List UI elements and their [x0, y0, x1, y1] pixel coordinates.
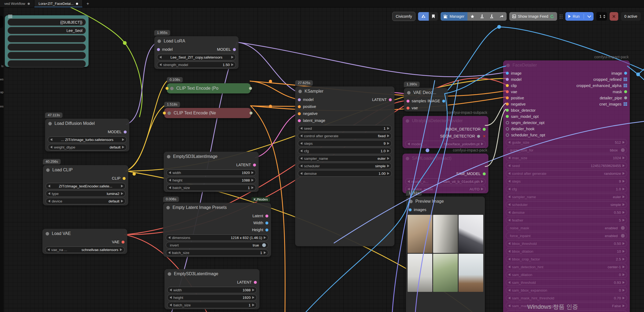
node-empty-sd3-latent-1[interactable]: EmptySD3LatentImageLATENTwidth1920height… [164, 152, 259, 192]
toolbar-drag-handle[interactable] [560, 14, 563, 19]
widget-guide-size[interactable]: guide_size512 [506, 139, 627, 146]
widget-denoise[interactable]: denoise1.00 [298, 170, 392, 177]
widget-bbox-crop-factor[interactable]: bbox_crop_factor2.5 [506, 256, 627, 262]
node-sam-loader[interactable]: comfyui-impact-packSAMLoader (Impact)SAM… [402, 154, 488, 193]
widget-device[interactable]: devicedefault [46, 198, 126, 204]
widget-max-size[interactable]: max_size1024 [506, 155, 627, 161]
widget-vae-na-[interactable]: vae_na ...schnellvae.safetensors [45, 246, 125, 253]
model-port[interactable] [157, 48, 160, 51]
widget-scheduler[interactable]: schedulersimple [298, 163, 392, 169]
node-load-vae[interactable]: Load VAEVAEvae_na ...schnellvae.safetens… [42, 229, 127, 254]
scheduler_func_opt-ring-port[interactable] [506, 133, 509, 137]
widget-cfg[interactable]: cfg1.0 [298, 148, 392, 154]
widget-strength-model[interactable]: strength_model1.50 [157, 61, 236, 68]
widget-bbox-threshold[interactable]: bbox_threshold0.50 [506, 240, 627, 247]
widget--zit-zimage-turbo-safetensors[interactable]: ... ZIT/zImage_turbo.safetensors [48, 136, 127, 143]
MODEL-port[interactable] [233, 48, 236, 51]
node-clip-text-encode-positive[interactable]: 0.108sCLIP Text Encode (Po [167, 83, 251, 93]
widget-height[interactable]: height1920 [167, 294, 257, 301]
widget-blank[interactable] [8, 52, 86, 59]
negative-port[interactable] [506, 103, 509, 106]
node-preview-image[interactable]: 1.251sPreview Imageimages [406, 197, 485, 312]
detailer_pipe-port[interactable] [624, 96, 627, 99]
latent_image-port[interactable] [298, 119, 301, 122]
widget-sampler-name[interactable]: sampler_nameeuler [298, 155, 392, 162]
widget-guide-size-for[interactable]: guide_size_forbbox [506, 147, 627, 153]
output-port[interactable] [249, 87, 252, 90]
widget-type[interactable]: typelumina2 [46, 190, 126, 197]
collapse-dot-icon[interactable] [170, 87, 174, 90]
logo-button[interactable] [418, 12, 429, 21]
queue-steppers[interactable] [603, 15, 605, 18]
Width-port[interactable] [265, 222, 268, 224]
VAE-port[interactable] [122, 241, 125, 244]
node-clip-text-encode-negative[interactable]: 1.518sCLIP Text Encode (Ne [164, 108, 251, 118]
node-ultralytics-detector-provider[interactable]: comfyui-impact-subpackUltralyticsDetecto… [402, 116, 488, 148]
node-load-clip[interactable]: 40.256sLoad CLIPCLIPZIT/zImage_textEncod… [43, 165, 128, 205]
collapse-dot-icon[interactable] [48, 122, 52, 125]
clip-port[interactable] [506, 84, 509, 87]
collapse-dot-icon[interactable] [168, 272, 171, 276]
collapse-dot-icon[interactable] [46, 232, 49, 235]
collapse-dot-icon[interactable] [406, 119, 409, 123]
widget--subject-[interactable]: {{SUBJECT}} [8, 19, 86, 26]
MODEL-port[interactable] [124, 130, 127, 133]
collapse-dot-icon[interactable] [406, 157, 409, 160]
queue-count-control[interactable]: 1 [596, 12, 607, 21]
widget-sam-bbox-expansion[interactable]: sam_bbox_expansion0 [506, 287, 627, 293]
widget-height[interactable]: height1088 [166, 177, 256, 183]
node-subject-group[interactable]: {{SUBJECT}}Lee_Seol [5, 15, 89, 67]
images-port[interactable] [409, 208, 412, 211]
preview-image-stairs-suit[interactable] [459, 215, 483, 253]
widget-batch-size[interactable]: batch_size1 [167, 302, 257, 308]
SEGM_DETECTOR-port[interactable] [477, 135, 480, 138]
collapse-dot-icon[interactable] [46, 168, 50, 172]
sidebar-fragment[interactable]: Map [0, 90, 3, 94]
menu-toggle-icon[interactable] [8, 14, 12, 19]
cnet_images-grid-port[interactable] [624, 102, 627, 106]
collapse-dot-icon[interactable] [298, 90, 302, 93]
increment-icon[interactable] [603, 15, 605, 16]
preview-image-window-lean[interactable] [433, 215, 458, 253]
node-empty-sd3-latent-2[interactable]: EmptySD3LatentImageLATENTwidth1088height… [164, 269, 259, 309]
input-port[interactable] [166, 87, 169, 90]
widget-batch-size[interactable]: batch_size1 [166, 249, 268, 256]
collapse-dot-icon[interactable] [409, 200, 413, 203]
node-load-diffusion-model[interactable]: 47.113sLoad Diffusion ModelMODEL... ZIT/… [45, 119, 129, 151]
widget-weight-dtype[interactable]: weight_dtypedefault [48, 144, 127, 150]
widget-invert[interactable]: inverttrue [166, 242, 268, 248]
LATENT-port[interactable] [253, 164, 256, 166]
negative-port[interactable] [298, 112, 301, 115]
node-load-lora[interactable]: 1.955sLoad LoRAmodelMODELLee_Seol_ZIT_co… [154, 36, 239, 69]
node-empty-latent-image-presets[interactable]: 0.006sKJNodesEmpty Latent Image PresetsL… [163, 203, 271, 257]
widget-lee-seol-zit-copy-safetensors[interactable]: Lee_Seol_ZIT_copy.safetensors [157, 54, 236, 60]
collapse-dot-icon[interactable] [166, 206, 170, 209]
widget-sampler-name[interactable]: sampler_nameeuler [506, 194, 627, 200]
tab-saved-workflow[interactable]: ved Workflow [0, 0, 34, 7]
widget-seed[interactable]: seed1 [298, 125, 392, 132]
widget-noise-mask[interactable]: noise_maskenabled [506, 225, 627, 231]
widget-dimensions[interactable]: dimensions1216 x 832 (1.46:1) [166, 234, 268, 241]
collapse-dot-icon[interactable] [167, 111, 171, 115]
Height-port[interactable] [265, 228, 268, 231]
widget-scheduler[interactable]: schedulersimple [506, 201, 627, 208]
cropped_enhanced_alpha-grid-port[interactable] [624, 84, 627, 87]
image-port[interactable] [624, 72, 627, 75]
widget-bbox-dilation[interactable]: bbox_dilation10 [506, 248, 627, 255]
clear-queue-button[interactable]: ✕ [610, 12, 618, 21]
widget-blank[interactable] [8, 60, 86, 67]
widget-sam-threshold[interactable]: sam_threshold0.93 [506, 279, 627, 286]
widget-blank[interactable] [8, 43, 86, 51]
preview-image-bench[interactable] [459, 254, 483, 292]
sam_model_opt-port[interactable] [506, 115, 509, 118]
model-port[interactable] [506, 78, 509, 81]
widget-model-n-[interactable]: model_n...sam_vit_b_01ec64.pth [405, 178, 486, 185]
node-facedetailer[interactable]: comfyui-impact-packFaceDetailerimageimag… [503, 60, 630, 312]
bbox_detector-port[interactable] [506, 109, 509, 112]
sidebar-fragment[interactable]: ows [0, 78, 3, 81]
cropped_refined-grid-port[interactable] [624, 78, 627, 81]
SAM_MODEL-port[interactable] [483, 172, 486, 175]
node-ksampler[interactable]: 27.625sKSamplermodelLATENTpositivenegati… [295, 86, 394, 246]
BBOX_DETECTOR-port[interactable] [483, 128, 486, 131]
segm_detector_opt-ring-port[interactable] [506, 121, 509, 124]
